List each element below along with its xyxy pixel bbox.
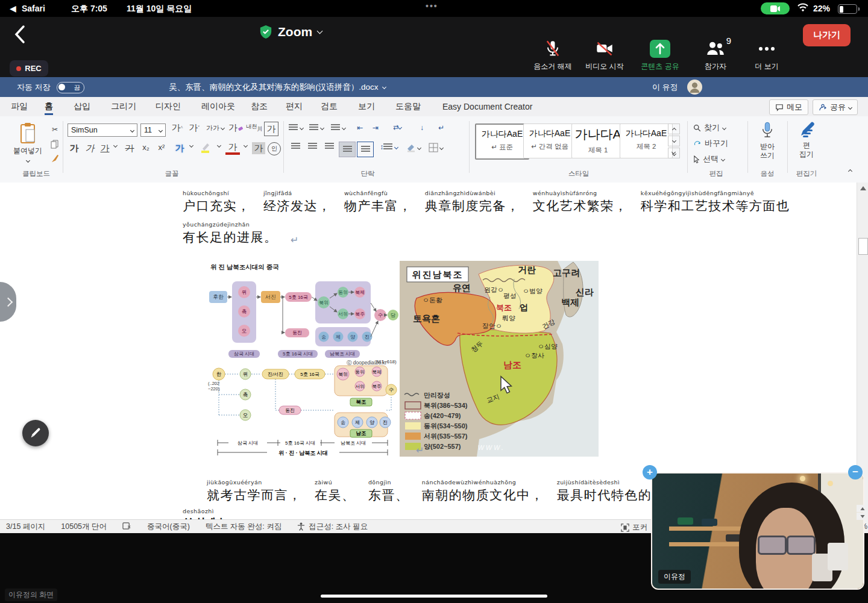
tab-design[interactable]: 디자인 xyxy=(148,97,188,116)
shrink-font-button[interactable]: 가ˇ xyxy=(187,122,201,134)
scroll-up-icon[interactable] xyxy=(860,186,866,190)
numbering-button[interactable] xyxy=(309,123,324,132)
style-heading1[interactable]: 가나다A 제목 1 xyxy=(571,123,624,158)
subscript-button[interactable]: x₂ xyxy=(139,143,153,152)
clear-formatting-button[interactable]: 가 xyxy=(228,122,244,134)
italic-button[interactable]: 가 xyxy=(83,143,96,154)
tab-help[interactable]: 도움말 xyxy=(388,97,428,116)
annotate-pencil-button[interactable] xyxy=(22,420,49,446)
comments-button[interactable]: 메모 xyxy=(769,99,808,115)
find-button[interactable]: 찾기 xyxy=(693,122,741,133)
participants-button[interactable]: 9 참가자 xyxy=(690,40,741,72)
word-count[interactable]: 10505개 단어 xyxy=(61,522,107,532)
tab-view[interactable]: 보기 xyxy=(351,97,382,116)
focus-mode-button[interactable]: 포커 xyxy=(621,522,647,533)
character-border-button[interactable]: 가 xyxy=(264,122,278,136)
video-strip-collapse-button[interactable]: − xyxy=(848,465,863,480)
distribute-button[interactable] xyxy=(357,142,374,157)
video-strip-expand-button[interactable]: + xyxy=(643,465,657,480)
tab-layout[interactable]: 레이아웃 xyxy=(194,97,242,116)
text-effects-button[interactable]: 가 xyxy=(172,143,187,154)
dictate-button[interactable]: 받아쓰기 xyxy=(751,121,784,160)
character-shading-button[interactable]: 가 xyxy=(252,142,265,154)
grow-font-button[interactable]: 가^ xyxy=(170,122,184,134)
multilevel-list-button[interactable] xyxy=(330,123,346,132)
bullets-button[interactable] xyxy=(288,123,304,132)
language-indicator[interactable]: 중국어(중국) xyxy=(147,522,190,532)
decrease-indent-button[interactable]: ⇤ xyxy=(353,123,366,132)
style-no-spacing[interactable]: 가나다AaE ↵ 간격 없음 xyxy=(523,123,576,158)
share-content-button[interactable]: 콘텐츠 공유 xyxy=(634,40,686,72)
tab-draw[interactable]: 그리기 xyxy=(104,97,143,116)
replace-button[interactable]: 바꾸기 xyxy=(693,138,741,149)
text-effects-chevron[interactable] xyxy=(187,144,195,147)
borders-button[interactable] xyxy=(427,143,445,152)
justify-button[interactable] xyxy=(339,142,356,157)
tab-home[interactable]: 홈 xyxy=(37,97,60,116)
phonetic-guide-button[interactable]: 내천川 xyxy=(246,121,263,132)
style-normal[interactable]: 가나다AaE ↵ 표준 xyxy=(475,123,529,160)
style-heading2[interactable]: 가나다AaE 제목 2 xyxy=(620,123,673,158)
proofing-icon[interactable] xyxy=(122,522,131,532)
styles-up-button[interactable] xyxy=(668,123,680,134)
align-center-button[interactable] xyxy=(305,143,319,150)
back-to-app-label[interactable]: Safari xyxy=(22,4,45,13)
tab-easy-document-creator[interactable]: Easy Document Creator xyxy=(435,97,539,116)
share-document-button[interactable]: 공유 xyxy=(813,99,858,115)
styles-down-button[interactable] xyxy=(668,136,680,146)
webcam-tile[interactable]: 이유정 xyxy=(651,472,864,590)
start-video-button[interactable]: 비디오 시작 xyxy=(579,40,631,72)
select-button[interactable]: 선택 xyxy=(693,154,741,164)
collapse-ribbon-button[interactable] xyxy=(844,168,856,173)
tab-file[interactable]: 파일 xyxy=(4,97,35,116)
font-color-chevron[interactable] xyxy=(241,144,250,147)
shading-button[interactable] xyxy=(405,143,422,152)
back-to-app-icon[interactable]: ◀ xyxy=(10,4,16,13)
strikethrough-button[interactable]: 가 xyxy=(122,143,137,154)
page-indicator[interactable]: 3/15 페이지 xyxy=(6,522,45,532)
styles-more-button[interactable] xyxy=(668,148,680,158)
line-spacing-button[interactable]: ↕ xyxy=(380,143,398,151)
avatar[interactable] xyxy=(687,80,702,95)
highlight-button[interactable] xyxy=(198,142,213,154)
leave-meeting-button[interactable]: 나가기 xyxy=(803,24,851,46)
font-name-select[interactable]: SimSun xyxy=(68,123,137,137)
tab-references[interactable]: 참조 xyxy=(244,97,275,116)
back-chevron-icon[interactable] xyxy=(12,24,28,47)
underline-options-chevron[interactable] xyxy=(111,144,119,147)
tab-mailings[interactable]: 편지 xyxy=(278,97,310,116)
more-button[interactable]: 더 보기 xyxy=(741,40,793,72)
align-right-button[interactable] xyxy=(322,143,336,150)
multitask-dots-icon[interactable]: ••• xyxy=(426,1,438,11)
text-autocomplete-indicator[interactable]: 텍스트 자동 완성: 켜짐 xyxy=(206,522,281,532)
document-page[interactable]: hùkouchōngshí户口充实， jīngjìfādá经济发达， wùchǎ… xyxy=(0,183,857,519)
paste-button[interactable]: 붙여넣기 xyxy=(8,122,47,164)
format-painter-button[interactable] xyxy=(48,152,61,164)
change-case-button[interactable]: 가가 xyxy=(205,123,225,133)
show-marks-button[interactable]: ↓ xyxy=(415,123,429,132)
scroll-prev-page-button[interactable] xyxy=(857,505,868,512)
font-color-button[interactable]: 가 xyxy=(225,142,240,155)
document-title[interactable]: 吴、东晋、南朝的文化及其对海东的影响(汉语拼音）.docx xyxy=(0,77,555,97)
highlight-chevron[interactable] xyxy=(215,144,223,147)
unmute-button[interactable]: 음소거 해제 xyxy=(527,40,579,72)
superscript-button[interactable]: x² xyxy=(154,143,169,152)
user-name[interactable]: 이 유정 xyxy=(652,82,678,93)
accessibility-status[interactable]: 접근성: 조사 필요 xyxy=(297,522,368,532)
scroll-next-page-button[interactable] xyxy=(857,513,868,520)
meeting-title[interactable]: Zoom xyxy=(259,24,322,40)
enclose-characters-button[interactable]: 인 xyxy=(268,142,281,155)
wrap-button[interactable]: ↵ xyxy=(434,123,448,132)
bold-button[interactable]: 가 xyxy=(68,143,81,154)
tab-insert[interactable]: 삽입 xyxy=(66,97,98,116)
cut-button[interactable]: ✂ xyxy=(48,123,61,136)
tab-review[interactable]: 검토 xyxy=(313,97,345,116)
underline-button[interactable]: 가 xyxy=(98,143,112,154)
align-left-button[interactable] xyxy=(288,143,303,150)
sort-button[interactable]: ⇄ xyxy=(388,123,406,131)
copy-button[interactable] xyxy=(48,138,61,150)
font-size-select[interactable]: 11 xyxy=(140,123,166,137)
increase-indent-button[interactable]: ⇥ xyxy=(369,123,382,132)
scrollbar-thumb[interactable] xyxy=(858,238,868,255)
editor-button[interactable]: 편집기 xyxy=(790,121,823,159)
